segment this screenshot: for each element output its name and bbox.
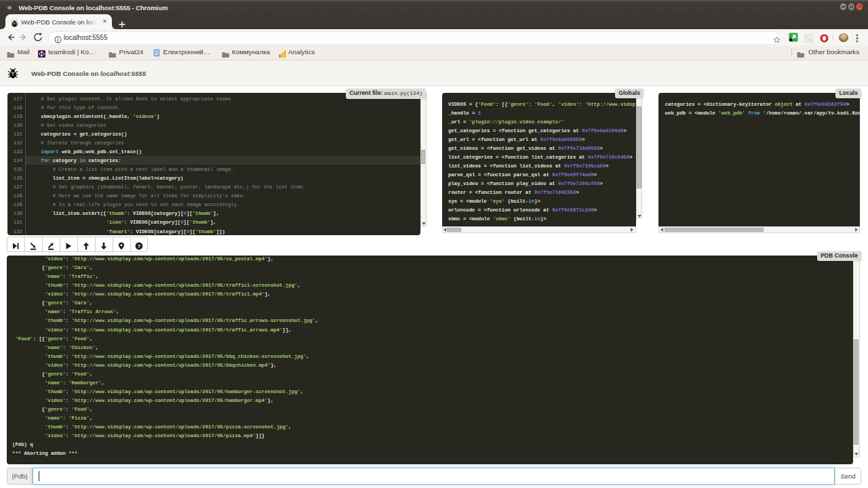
svg-text:?: ? — [138, 243, 141, 249]
